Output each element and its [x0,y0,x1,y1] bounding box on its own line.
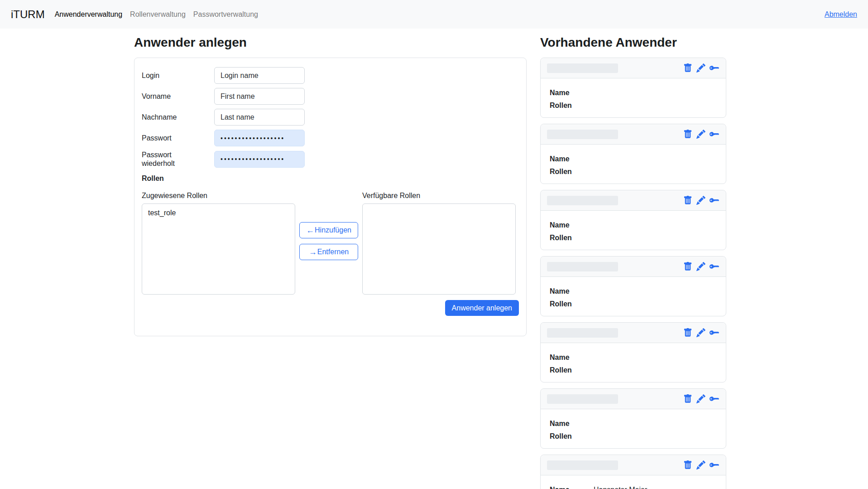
set-password-button[interactable] [710,63,719,73]
edit-user-button[interactable] [696,130,705,139]
user-name-row: Name Hanspeter Meier [550,485,717,489]
edit-user-button[interactable] [696,460,705,470]
user-card-header [541,190,726,211]
name-label: Name [550,353,594,362]
create-user-section: Anwender anlegen Login Vorname Nachname … [134,35,527,336]
lastname-label: Nachname [142,113,192,121]
trash-icon [683,63,692,73]
delete-user-button[interactable] [683,196,692,205]
navbar: iTURM Anwenderverwaltung Rollenverwaltun… [0,0,868,29]
nav-item-rollenverwaltung[interactable]: Rollenverwaltung [130,7,186,22]
set-password-button[interactable] [710,328,719,338]
user-card-body: Name Rollen [541,78,726,110]
name-label: Name [550,287,594,295]
roles-label: Rollen [550,101,594,110]
trash-icon [683,394,692,403]
available-roles-label: Verfügbare Rollen [362,191,516,200]
existing-users-section: Vorhandene Anwender [540,35,726,489]
user-roles-row: Rollen [550,167,717,176]
edit-user-button[interactable] [696,394,705,403]
delete-user-button[interactable] [683,394,692,403]
delete-user-button[interactable] [683,460,692,470]
password-row: Passwort [142,130,519,146]
username-placeholder-skeleton [547,460,618,470]
firstname-label: Vorname [142,92,192,101]
nav-item-anwenderverwaltung[interactable]: Anwenderverwaltung [55,7,122,22]
delete-user-button[interactable] [683,262,692,271]
login-row: Login [142,67,519,84]
login-input[interactable] [214,67,305,84]
user-card: Name Rollen [540,190,726,250]
pencil-icon [696,262,705,271]
user-card-actions [683,63,719,73]
available-roles-column: Verfügbare Rollen [362,191,516,295]
user-name-row: Name [550,353,717,362]
password-label: Passwort [142,134,192,142]
user-name-row: Name [550,221,717,229]
page-title: Anwender anlegen [134,35,527,50]
roles-row: Zugewiesene Rollen test_role ← Hinzufüge… [142,191,519,295]
roles-label: Rollen [550,432,594,441]
password-repeat-row: Passwort wiederholt [142,150,519,168]
user-card-header [541,257,726,277]
assigned-roles-column: Zugewiesene Rollen test_role [142,191,295,295]
username-placeholder-skeleton [547,394,618,404]
nav-links: Anwenderverwaltung Rollenverwaltung Pass… [55,7,266,22]
user-card-body: Name Rollen [541,409,726,441]
roles-label: Rollen [550,366,594,374]
user-card-body: Name Rollen [541,145,726,176]
roles-label: Rollen [550,167,594,176]
assigned-roles-listbox[interactable]: test_role [142,203,295,295]
name-label: Name [550,485,594,489]
pencil-icon [696,196,705,205]
user-card-actions [683,129,719,139]
pencil-icon [696,328,705,337]
user-name-row: Name [550,155,717,163]
brand-logo[interactable]: iTURM [11,8,45,21]
set-password-button[interactable] [710,394,719,404]
delete-user-button[interactable] [683,130,692,139]
user-card: Name Rollen [540,124,726,184]
edit-user-button[interactable] [696,262,705,271]
user-card: Name Rollen [540,58,726,118]
lastname-input[interactable] [214,109,305,126]
trash-icon [683,460,692,470]
set-password-button[interactable] [710,261,719,271]
set-password-button[interactable] [710,460,719,470]
user-roles-row: Rollen [550,233,717,242]
arrow-right-icon: → [309,248,317,256]
remove-role-button[interactable]: → Entfernen [299,244,358,260]
firstname-row: Vorname [142,88,519,105]
key-icon [710,63,719,73]
delete-user-button[interactable] [683,63,692,73]
edit-user-button[interactable] [696,328,705,337]
key-icon [710,328,719,338]
firstname-input[interactable] [214,88,305,105]
name-label: Name [550,88,594,97]
create-user-form-card: Login Vorname Nachname Passwort Passwort… [134,58,527,336]
user-roles-row: Rollen [550,300,717,308]
create-user-button[interactable]: Anwender anlegen [445,300,519,316]
set-password-button[interactable] [710,195,719,205]
user-roles-row: Rollen [550,432,717,441]
user-card-header [541,455,726,475]
user-card-header [541,323,726,343]
roles-section-title: Rollen [142,174,519,183]
trash-icon [683,262,692,271]
username-placeholder-skeleton [547,328,618,338]
nav-item-passwortverwaltung[interactable]: Passwortverwaltung [193,7,258,22]
username-placeholder-skeleton [547,130,618,139]
user-name-row: Name [550,419,717,428]
logout-link[interactable]: Abmelden [825,10,857,19]
add-role-button[interactable]: ← Hinzufügen [299,222,358,238]
edit-user-button[interactable] [696,196,705,205]
role-option-test-role[interactable]: test_role [142,208,295,218]
edit-user-button[interactable] [696,63,705,73]
available-roles-listbox[interactable] [362,203,516,295]
trash-icon [683,130,692,139]
password-repeat-input[interactable] [214,151,305,168]
delete-user-button[interactable] [683,328,692,337]
set-password-button[interactable] [710,129,719,139]
password-input[interactable] [214,130,305,146]
user-card-list: Name Rollen [540,58,726,489]
